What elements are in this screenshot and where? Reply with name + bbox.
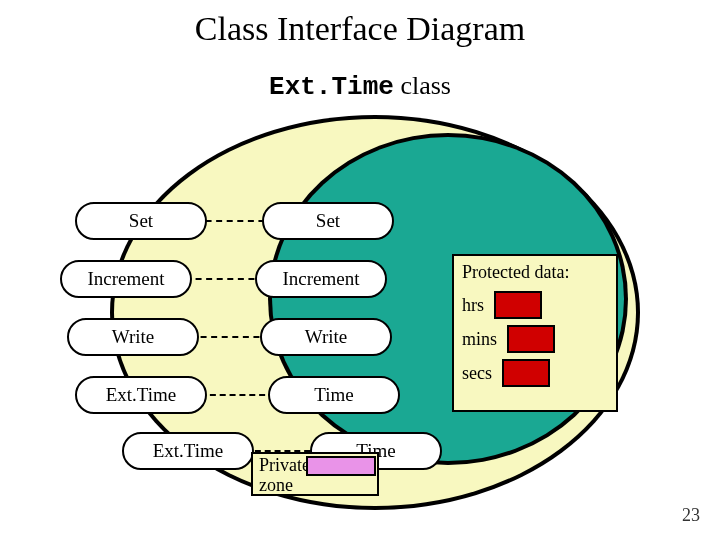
field-mins-swatch [507, 325, 555, 353]
protected-header: Protected data: [462, 262, 608, 283]
field-mins-label: mins [462, 329, 497, 350]
pill-left-exttime-1: Ext.Time [75, 376, 207, 414]
field-secs-label: secs [462, 363, 492, 384]
page-number: 23 [682, 505, 700, 526]
pill-right-set: Set [262, 202, 394, 240]
field-mins-row: mins [462, 325, 608, 353]
connector-increment [185, 278, 265, 280]
pill-right-increment: Increment [255, 260, 387, 298]
field-hrs-label: hrs [462, 295, 484, 316]
pill-left-exttime-2: Ext.Time [122, 432, 254, 470]
field-secs-swatch [502, 359, 550, 387]
private-zone-swatch [306, 456, 376, 476]
field-hrs-swatch [494, 291, 542, 319]
field-hrs-row: hrs [462, 291, 608, 319]
field-secs-row: secs [462, 359, 608, 387]
pill-left-set: Set [75, 202, 207, 240]
pill-right-write: Write [260, 318, 392, 356]
private-field-label: zone [259, 476, 371, 496]
protected-data-box: Protected data: hrs mins secs [452, 254, 618, 412]
diagram-stage: Set Increment Write Ext.Time Ext.Time Se… [0, 0, 720, 540]
pill-right-time-1: Time [268, 376, 400, 414]
pill-left-write: Write [67, 318, 199, 356]
pill-left-increment: Increment [60, 260, 192, 298]
connector-write [190, 336, 270, 338]
connector-exttime-1 [200, 394, 275, 396]
